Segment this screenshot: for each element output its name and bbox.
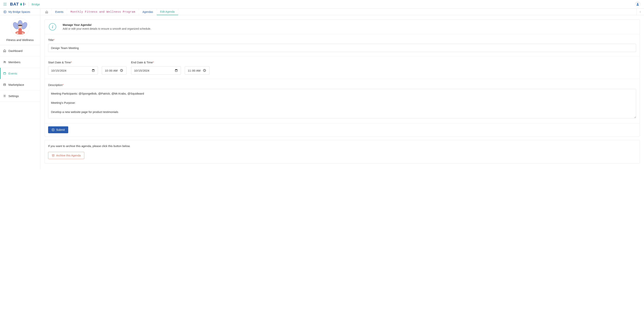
- breadcrumb-collapse[interactable]: [636, 8, 644, 15]
- leaf-icon: [19, 2, 23, 6]
- svg-point-9: [22, 32, 24, 34]
- back-arrow-icon: [4, 10, 6, 13]
- title-section: Title*: [45, 34, 640, 56]
- sidebar-item-members[interactable]: Members: [0, 56, 40, 68]
- breadcrumb-agendas-label: Agendas: [142, 10, 153, 13]
- store-icon: [3, 83, 7, 86]
- submit-button-label: Submit: [56, 128, 65, 131]
- sidebar: Fitness and Wellness Dashboard Members E…: [0, 15, 40, 169]
- svg-point-0: [637, 3, 638, 4]
- end-time-input[interactable]: [185, 66, 210, 75]
- calendar-icon: [3, 72, 7, 75]
- breadcrumb-edit-agenda[interactable]: Edit Agenda: [157, 8, 178, 15]
- archive-text: If you want to archive this agenda, plea…: [48, 144, 636, 148]
- breadcrumb-events[interactable]: Events: [52, 8, 67, 15]
- svg-rect-15: [52, 154, 54, 155]
- sidebar-item-label: Members: [8, 60, 20, 64]
- sidebar-item-label: Settings: [8, 94, 19, 98]
- archive-button[interactable]: Archive this Agenda: [48, 152, 84, 159]
- logo-text-after: I: [23, 2, 24, 7]
- start-date-input[interactable]: [48, 66, 98, 75]
- breadcrumb-agendas[interactable]: Agendas: [139, 8, 156, 15]
- hamburger-icon[interactable]: [4, 3, 6, 5]
- space-title: Fitness and Wellness: [6, 38, 34, 41]
- end-date-input[interactable]: [131, 66, 181, 75]
- brand-sub: Bridge: [32, 3, 40, 6]
- description-label-text: Description: [48, 83, 62, 86]
- end-datetime-label: End Date & Time*: [131, 61, 210, 64]
- gear-icon: [3, 94, 7, 97]
- sidebar-item-marketplace[interactable]: Marketplace: [0, 79, 40, 90]
- space-header: Fitness and Wellness: [0, 15, 40, 45]
- title-input[interactable]: [48, 44, 636, 52]
- user-avatar[interactable]: [635, 1, 640, 7]
- breadcrumb-home[interactable]: [42, 8, 52, 15]
- logo-reg: ®: [24, 3, 26, 5]
- archive-button-label: Archive this Agenda: [56, 154, 81, 157]
- home-icon: [3, 49, 7, 52]
- description-section: Description*: [45, 79, 640, 123]
- end-datetime-label-text: End Date & Time: [131, 61, 153, 64]
- info-icon: i: [49, 23, 56, 30]
- datetime-section: Start Date & Time*: [45, 56, 640, 79]
- breadcrumb-events-label: Events: [55, 10, 64, 13]
- submit-button[interactable]: Submit: [48, 126, 68, 133]
- svg-point-8: [16, 32, 18, 34]
- logo-text-before: BAT: [10, 2, 19, 7]
- description-textarea[interactable]: [48, 89, 636, 118]
- content-area: i Manage Your Agenda! Add or edit your e…: [40, 15, 644, 169]
- submit-row: Submit: [45, 123, 640, 136]
- sidebar-item-events[interactable]: Events: [0, 68, 40, 79]
- chevron-left-icon: [639, 11, 642, 13]
- agenda-form-card: i Manage Your Agenda! Add or edit your e…: [44, 19, 640, 136]
- sidebar-item-label: Marketplace: [8, 83, 24, 86]
- my-bridge-spaces-link[interactable]: My Bridge Spaces: [0, 8, 40, 15]
- topbar: BAT I ® Bridge: [0, 0, 644, 8]
- start-datetime-label: Start Date & Time*: [48, 61, 126, 64]
- breadcrumb-program[interactable]: Monthly Fitness and Wellness Program: [67, 8, 139, 15]
- required-marker: *: [54, 38, 55, 41]
- info-title: Manage Your Agenda!: [63, 23, 151, 26]
- info-desc: Add or edit your event details to ensure…: [63, 27, 151, 30]
- logo[interactable]: BAT I ®: [10, 2, 26, 7]
- start-datetime-label-text: Start Date & Time: [48, 61, 71, 64]
- svg-point-13: [4, 95, 5, 96]
- title-label-text: Title: [48, 38, 54, 41]
- breadcrumb-trail: Events Monthly Fitness and Wellness Prog…: [40, 8, 636, 15]
- breadcrumb-bar: My Bridge Spaces Events Monthly Fitness …: [0, 8, 644, 15]
- svg-point-10: [4, 61, 4, 62]
- description-label: Description*: [48, 83, 636, 86]
- breadcrumb-program-label: Monthly Fitness and Wellness Program: [70, 10, 135, 13]
- meditation-icon: [12, 19, 28, 36]
- required-marker: *: [62, 83, 64, 86]
- archive-card: If you want to archive this agenda, plea…: [44, 140, 640, 163]
- home-icon: [45, 10, 48, 13]
- info-panel: i Manage Your Agenda! Add or edit your e…: [45, 20, 640, 34]
- sidebar-item-dashboard[interactable]: Dashboard: [0, 45, 40, 56]
- svg-point-5: [18, 24, 22, 28]
- sidebar-item-settings[interactable]: Settings: [0, 90, 40, 102]
- start-time-input[interactable]: [102, 66, 126, 75]
- users-icon: [3, 60, 7, 63]
- sidebar-item-label: Dashboard: [8, 49, 22, 52]
- space-avatar: [11, 18, 30, 37]
- required-marker: *: [71, 61, 72, 64]
- title-label: Title*: [48, 38, 636, 41]
- breadcrumb-edit-agenda-label: Edit Agenda: [160, 10, 175, 13]
- svg-point-11: [5, 61, 6, 62]
- required-marker: *: [153, 61, 154, 64]
- archive-icon: [52, 154, 55, 157]
- submit-arrow-icon: [52, 128, 55, 131]
- svg-rect-12: [4, 72, 6, 74]
- main-layout: Fitness and Wellness Dashboard Members E…: [0, 15, 644, 169]
- my-bridge-spaces-label: My Bridge Spaces: [8, 10, 30, 13]
- sidebar-item-label: Events: [8, 72, 17, 75]
- divider: [29, 2, 29, 6]
